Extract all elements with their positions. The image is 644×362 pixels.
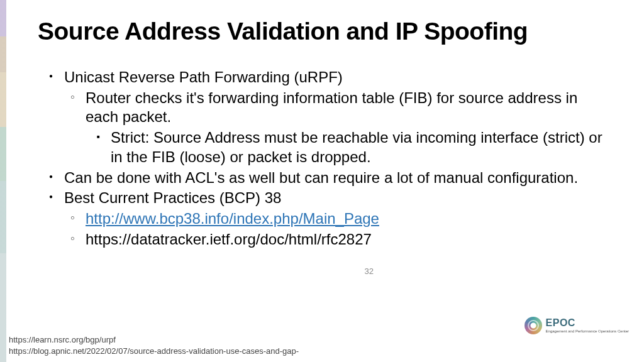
swirl-icon	[525, 317, 542, 334]
footer-ref: https://blog.apnic.net/2022/02/07/source…	[9, 346, 299, 357]
logo-name: EPOC	[546, 318, 629, 328]
logo-text: EPOC Engagement and Performance Operatio…	[546, 318, 629, 333]
bullet-item: http://www.bcp38.info/index.php/Main_Pag…	[64, 209, 613, 229]
footer-references: https://learn.nsrc.org/bgp/urpf https://…	[9, 334, 299, 357]
bullet-text: Router checks it's forwarding informatio…	[86, 89, 577, 126]
slide: Source Address Validation and IP Spoofin…	[0, 0, 644, 362]
bullet-item: Can be done with ACL's as well but can r…	[47, 168, 613, 188]
bullet-text: Best Current Practices (BCP) 38	[64, 189, 281, 206]
footer-ref: https://learn.nsrc.org/bgp/urpf	[9, 334, 299, 346]
bullet-text: https://datatracker.ietf.org/doc/html/rf…	[86, 231, 372, 248]
bullet-item: Router checks it's forwarding informatio…	[64, 89, 613, 167]
accent-bar	[0, 0, 6, 362]
bullet-text: Strict: Source Address must be reachable…	[111, 129, 602, 165]
bullet-item: Best Current Practices (BCP) 38 http://w…	[47, 189, 613, 249]
logo-tagline: Engagement and Performance Operations Ce…	[546, 329, 629, 333]
slide-title: Source Address Validation and IP Spoofin…	[38, 18, 528, 45]
bullet-item: Unicast Reverse Path Forwarding (uRPF) R…	[47, 68, 613, 167]
bullet-item: Strict: Source Address must be reachable…	[86, 128, 613, 167]
bullet-text: Can be done with ACL's as well but can r…	[64, 169, 578, 186]
bcp38-link[interactable]: http://www.bcp38.info/index.php/Main_Pag…	[86, 210, 379, 227]
slide-content: Unicast Reverse Path Forwarding (uRPF) R…	[47, 68, 613, 250]
epoc-logo: EPOC Engagement and Performance Operatio…	[525, 317, 629, 334]
slide-number: 32	[365, 266, 374, 276]
bullet-item: https://datatracker.ietf.org/doc/html/rf…	[64, 230, 613, 250]
bullet-text: Unicast Reverse Path Forwarding (uRPF)	[64, 69, 343, 85]
